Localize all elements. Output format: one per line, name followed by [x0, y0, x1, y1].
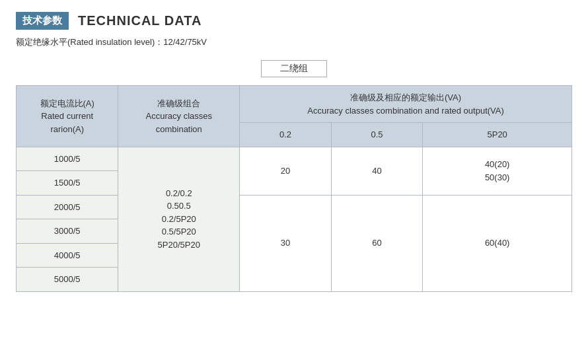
col-combo-header: 准确级组合 Accuracy classes combination [118, 86, 240, 147]
current-2000: 2000/5 [17, 195, 118, 219]
current-3000: 3000/5 [17, 219, 118, 244]
output-g2-5p20: 60(40) [423, 195, 572, 291]
current-4000: 4000/5 [17, 243, 118, 268]
section-label-row: 二绕组 [16, 60, 572, 77]
table-row: 2000/5 30 60 60(40) [17, 195, 572, 219]
current-1500: 1500/5 [17, 171, 118, 196]
technical-data-table: 额定电流比(A) Rated current rarion(A) 准确级组合 A… [16, 85, 572, 292]
page-header: 技术参数 TECHNICAL DATA [16, 12, 572, 30]
table-row: 1000/5 0.2/0.20.50.50.2/5P200.5/5P205P20… [17, 147, 572, 171]
sub-col-02: 0.2 [240, 123, 332, 147]
current-1000: 1000/5 [17, 147, 118, 171]
output-g1-5p20: 40(20) 50(30) [423, 147, 572, 195]
sub-col-5p20: 5P20 [423, 123, 572, 147]
col-output-header: 准确级及相应的额定输出(VA) Accuracy classes combina… [240, 86, 572, 123]
tech-badge: 技术参数 [16, 12, 69, 30]
section-label: 二绕组 [261, 60, 327, 77]
col-current-header: 额定电流比(A) Rated current rarion(A) [17, 86, 118, 147]
output-g1-02: 20 [240, 147, 332, 195]
output-g1-05: 40 [331, 147, 423, 195]
subtitle: 额定绝缘水平(Rated insulation level)：12/42/75k… [16, 36, 572, 48]
page-title: TECHNICAL DATA [78, 13, 202, 28]
output-g2-02: 30 [240, 195, 332, 291]
output-g2-05: 60 [331, 195, 423, 291]
current-5000: 5000/5 [17, 268, 118, 292]
sub-col-05: 0.5 [331, 123, 423, 147]
combo-all: 0.2/0.20.50.50.2/5P200.5/5P205P20/5P20 [118, 147, 240, 291]
